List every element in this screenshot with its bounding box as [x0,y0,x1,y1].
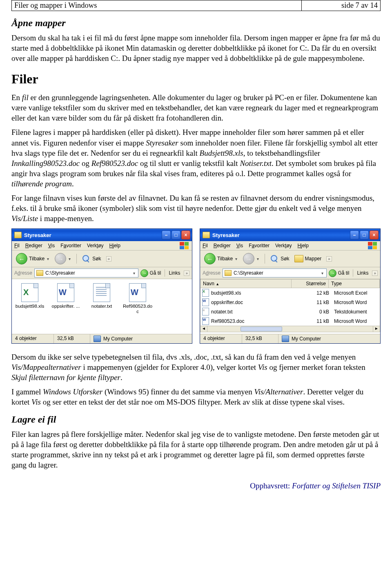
file-item[interactable]: oppskrifter. ... [51,283,80,309]
word-file-icon: W [202,317,209,325]
menu-favoritter[interactable]: Favoritter [249,243,270,248]
scroll-right-icon[interactable]: ► [373,326,380,332]
links-label[interactable]: Links [169,270,180,276]
chevron-down-icon[interactable]: ▾ [132,271,136,275]
maximize-button[interactable]: □ [360,230,369,239]
titlebar[interactable]: Styresaker – □ × [12,229,192,241]
maximize-button[interactable]: □ [172,230,180,239]
toolbar-overflow[interactable]: » [106,256,112,262]
menu-vis[interactable]: Vis [48,243,55,248]
addressbar: Adresse C:\Styresaker ▾ → Gå til Links » [12,267,192,279]
address-label: Adresse [14,270,32,276]
col-name[interactable]: Navn ▲ [200,280,292,288]
links-overflow[interactable]: » [372,271,378,276]
menu-hjelp[interactable]: Hjelp [109,243,120,248]
search-button[interactable]: Søk [80,253,102,264]
list-item[interactable]: Woppskrifter.doc 11 kB Microsoft Word [200,298,380,307]
forward-button[interactable]: → ▾ [241,252,261,265]
para-filer-1: En fil er den grunnleggende lagringsenhe… [11,92,381,123]
forward-arrow-icon: → [243,253,254,264]
list-header[interactable]: Navn ▲ Størrelse Type [200,279,380,288]
menu-vis[interactable]: Vis [236,243,243,248]
para-after-2: I gammel Windows Utforsker (Windows 95) … [11,387,381,407]
separator [76,254,77,264]
para-lagre: Filer kan lagres på flere forskjellige m… [11,429,381,470]
chevron-down-icon: ▾ [69,257,71,261]
back-button[interactable]: ← Tilbake ▾ [14,252,51,265]
menu-fil[interactable]: Fil [203,243,208,248]
file-item[interactable]: Ref980523.doc [123,283,152,314]
text-file-icon: ≡ [202,308,209,315]
statusbar: 4 objekter 32,5 kB My Computer [12,334,192,343]
chevron-down-icon: ▾ [47,257,49,261]
scroll-left-icon[interactable]: ◄ [200,326,207,332]
list-item[interactable]: Xbudsjett98.xls 12 kB Microsoft Excel [200,288,380,298]
status-location: My Computer [90,334,192,343]
minimize-button[interactable]: – [350,230,359,239]
horizontal-scrollbar[interactable]: ◄ ► [200,326,380,332]
statusbar: 4 objekter 32,5 kB My Computer [200,334,380,343]
heading-apne-mapper: Åpne mapper [11,18,381,29]
word-file-icon [57,283,74,302]
minimize-button[interactable]: – [162,230,171,239]
header-page: side 7 av 14 [302,0,381,11]
file-pane[interactable]: budsjett98.xls oppskrifter. ... notater.… [12,279,192,334]
folders-button[interactable]: Mapper [293,254,323,263]
computer-icon [282,336,289,342]
back-button[interactable]: ← Tilbake ▾ [203,252,240,265]
menubar: Fil Rediger Vis Favoritter Verktøy Hjelp [12,241,192,251]
search-button[interactable]: Søk [268,253,291,264]
close-button[interactable]: × [181,230,190,239]
para-apne: Dersom du skal ha tak i ei fil må du før… [11,33,381,63]
toolbar-overflow[interactable]: » [326,256,332,262]
titlebar[interactable]: Styresaker – □ × [200,229,380,241]
file-item[interactable]: budsjett98.xls [15,283,45,309]
back-arrow-icon: ← [16,253,27,264]
col-size[interactable]: Størrelse [292,280,329,288]
chevron-down-icon[interactable]: ▾ [320,271,325,275]
word-file-icon [129,283,146,302]
toolbar: ← Tilbake ▾ → ▾ Søk Mapper » [200,251,380,267]
file-item[interactable]: notater.txt [87,283,116,309]
window-title: Styresaker [212,232,349,238]
folder-icon [14,232,22,238]
menu-fil[interactable]: Fil [14,243,20,248]
menu-hjelp[interactable]: Hjelp [298,243,309,248]
address-input[interactable]: C:\Styresaker ▾ [223,269,327,277]
list-item[interactable]: WRef980523.doc 11 kB Microsoft Word [200,316,380,326]
para-filer-2: Filene lagres i mapper på harddisken (el… [11,127,381,188]
go-button[interactable]: → Gå til [329,269,349,277]
menubar: Fil Rediger Vis Favoritter Verktøy Hjelp [200,241,380,251]
explorer-window-icons: Styresaker – □ × Fil Rediger Vis Favorit… [11,228,192,344]
status-size: 32,5 kB [54,334,90,343]
col-type[interactable]: Type [329,280,380,288]
menu-rediger[interactable]: Rediger [25,243,42,248]
windows-flag-icon [368,242,377,249]
forward-button[interactable]: → ▾ [53,252,73,265]
file-pane[interactable]: Navn ▲ Størrelse Type Xbudsjett98.xls 12… [200,279,380,334]
links-overflow[interactable]: » [184,271,189,276]
menu-rediger[interactable]: Rediger [214,243,231,248]
links-label[interactable]: Links [357,270,368,276]
go-button[interactable]: → Gå til [140,269,161,277]
word-file-icon: W [202,298,209,306]
folders-icon [294,255,303,262]
go-arrow-icon: → [329,269,336,277]
status-location: My Computer [278,334,380,343]
page-header: Filer og mapper i Windows side 7 av 14 [11,0,381,11]
menu-verktoy[interactable]: Verktøy [87,243,104,248]
search-icon [270,254,279,263]
close-button[interactable]: × [370,230,379,239]
list-item[interactable]: ≡notater.txt 0 kB Tekstdokument [200,307,380,316]
heading-lagre-fil: Lagre ei fil [11,414,381,425]
toolbar: ← Tilbake ▾ → ▾ Søk » [12,251,192,267]
forward-arrow-icon: → [55,253,66,264]
menu-favoritter[interactable]: Favoritter [60,243,81,248]
heading-filer: Filer [11,72,381,87]
para-after-1: Dersom du ikke ser selve typebetegnelsen… [11,352,381,383]
address-input[interactable]: C:\Styresaker ▾ [34,269,138,277]
scroll-thumb[interactable] [241,327,282,331]
windows-flag-icon [180,242,189,249]
window-title: Styresaker [24,232,161,238]
menu-verktoy[interactable]: Verktøy [275,243,292,248]
